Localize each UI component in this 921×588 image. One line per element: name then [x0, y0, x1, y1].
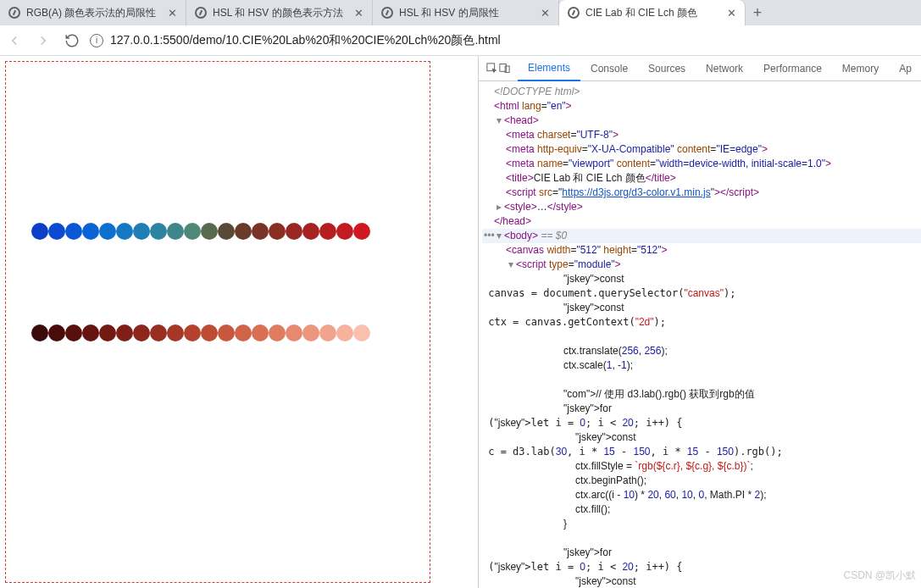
color-dot — [319, 223, 336, 240]
color-dot — [65, 223, 82, 240]
device-toggle-icon[interactable] — [498, 59, 511, 78]
color-dot — [353, 325, 370, 341]
color-dot — [167, 325, 184, 341]
globe-icon — [568, 7, 580, 19]
color-dot — [218, 223, 235, 240]
color-dot — [235, 223, 252, 240]
close-icon[interactable]: ✕ — [541, 7, 550, 19]
color-dot — [133, 325, 150, 341]
color-dot — [167, 223, 184, 240]
tab-title: HSL 和 HSV 的颜色表示方法 — [213, 6, 348, 20]
color-dot — [302, 223, 319, 240]
color-dot — [269, 223, 286, 240]
tab-title: CIE Lab 和 CIE Lch 颜色 — [585, 6, 721, 20]
browser-tab-2[interactable]: HSL 和 HSV 的局限性 ✕ — [373, 0, 559, 25]
color-dot — [31, 223, 48, 240]
color-dot — [201, 325, 218, 341]
address-bar: i — [0, 25, 921, 56]
color-dot — [150, 223, 167, 240]
devtools-tab-more[interactable]: Ap — [889, 56, 921, 81]
color-dot — [201, 223, 218, 240]
url-box[interactable]: i — [90, 29, 916, 53]
color-dot — [252, 223, 269, 240]
color-row-1 — [31, 223, 370, 240]
color-dot — [302, 325, 319, 341]
back-button[interactable] — [3, 30, 25, 52]
globe-icon — [8, 7, 20, 19]
close-icon[interactable]: ✕ — [168, 7, 177, 19]
content-split: Elements Console Sources Network Perform… — [0, 56, 921, 588]
browser-tab-1[interactable]: HSL 和 HSV 的颜色表示方法 ✕ — [186, 0, 373, 25]
inspect-icon[interactable] — [485, 59, 498, 78]
color-dot — [336, 325, 353, 341]
color-dot — [252, 325, 269, 341]
color-row-2 — [31, 325, 370, 341]
forward-button[interactable] — [32, 30, 54, 52]
color-dot — [235, 325, 252, 341]
browser-tabstrip: RGB(A) 颜色表示法的局限性 ✕ HSL 和 HSV 的颜色表示方法 ✕ H… — [0, 0, 921, 25]
reload-button[interactable] — [61, 30, 83, 52]
color-dot — [99, 223, 116, 240]
color-dot — [353, 223, 370, 240]
devtools-tab-performance[interactable]: Performance — [753, 56, 832, 81]
close-icon[interactable]: ✕ — [727, 7, 736, 19]
color-dot — [286, 325, 302, 341]
elements-tree[interactable]: <!DOCTYPE html><html lang="en">▾<head><m… — [479, 81, 921, 588]
color-dot — [269, 325, 286, 341]
tab-title: RGB(A) 颜色表示法的局限性 — [26, 6, 162, 20]
color-dot — [65, 325, 82, 341]
color-dot — [150, 325, 167, 341]
close-icon[interactable]: ✕ — [354, 7, 363, 19]
color-dot — [286, 223, 302, 240]
devtools-tab-sources[interactable]: Sources — [638, 56, 696, 81]
color-dot — [116, 223, 133, 240]
devtools-tab-network[interactable]: Network — [696, 56, 753, 81]
devtools-tab-memory[interactable]: Memory — [832, 56, 889, 81]
browser-tab-3[interactable]: CIE Lab 和 CIE Lch 颜色 ✕ — [559, 0, 746, 25]
page-viewport — [0, 56, 478, 588]
color-dot — [336, 223, 353, 240]
color-dot — [99, 325, 116, 341]
devtools-tabs: Elements Console Sources Network Perform… — [518, 56, 921, 81]
color-dot — [82, 325, 99, 341]
color-dot — [184, 325, 201, 341]
color-dot — [48, 325, 65, 341]
color-dot — [184, 223, 201, 240]
url-input[interactable] — [110, 34, 916, 47]
globe-icon — [381, 7, 393, 19]
color-dot — [82, 223, 99, 240]
color-dot — [319, 325, 336, 341]
color-dot — [116, 325, 133, 341]
devtools-panel: Elements Console Sources Network Perform… — [478, 56, 921, 588]
canvas-element — [5, 61, 430, 583]
devtools-tab-console[interactable]: Console — [580, 56, 638, 81]
color-dot — [31, 325, 48, 341]
color-dot — [48, 223, 65, 240]
globe-icon — [195, 7, 207, 19]
color-dot — [218, 325, 235, 341]
tab-title: HSL 和 HSV 的局限性 — [399, 6, 535, 20]
browser-tab-0[interactable]: RGB(A) 颜色表示法的局限性 ✕ — [0, 0, 186, 25]
site-info-icon[interactable]: i — [90, 34, 103, 47]
devtools-tab-elements[interactable]: Elements — [518, 56, 580, 81]
color-dot — [133, 223, 150, 240]
devtools-toolbar: Elements Console Sources Network Perform… — [479, 56, 921, 81]
new-tab-button[interactable]: + — [746, 1, 769, 25]
watermark-text: CSDN @凯小默 — [843, 569, 916, 583]
